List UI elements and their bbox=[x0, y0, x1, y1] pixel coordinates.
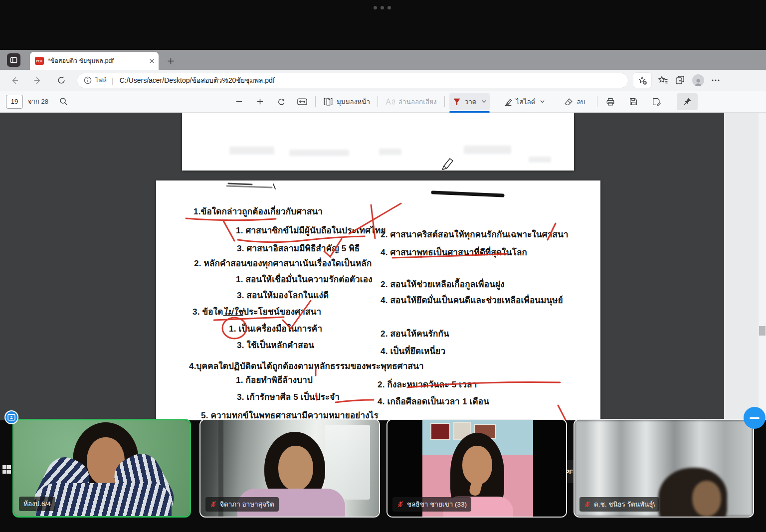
save-button[interactable] bbox=[625, 93, 642, 110]
eraser-icon bbox=[564, 97, 573, 106]
browser-tab-bar: PDF *ข้อสอบติว ชัยชุมพล.pdf bbox=[0, 50, 766, 70]
page-number-input[interactable]: 19 bbox=[6, 95, 23, 109]
participant-name-badge: ห้องป.6/4 bbox=[19, 497, 55, 511]
doc-line: 3. ข้อใดไม่ใช่ประโยชน์ของศาสนา bbox=[192, 305, 321, 318]
draw-pen-icon bbox=[452, 97, 461, 106]
refresh-icon bbox=[57, 76, 66, 85]
chevron-down-icon[interactable] bbox=[481, 99, 487, 104]
refresh-button[interactable] bbox=[53, 72, 70, 89]
collections-icon bbox=[675, 75, 685, 85]
read-aloud-button[interactable]: อ่านออกเสียง bbox=[383, 93, 440, 110]
doc-line: 3. เก้ารักษาศีล 5 เป็นประจำ bbox=[237, 390, 340, 403]
doc-line: 1. ศาสนาซิกข์ไม่มีผู้นับถือในประเทศไทย bbox=[236, 223, 386, 237]
doc-line: 2. กิ่งละหมาดวันละ 5 เวลา bbox=[378, 377, 477, 391]
pin-toolbar-button[interactable] bbox=[677, 93, 698, 110]
back-button[interactable] bbox=[6, 72, 23, 89]
doc-line: 2. หลักคำสอนของทุกศาสนาเน้นเรื่องใดเป็นห… bbox=[194, 256, 372, 270]
pdf-file-icon: PDF bbox=[35, 57, 44, 65]
new-tab-button[interactable] bbox=[165, 55, 177, 67]
page-total-label: จาก 28 bbox=[28, 96, 48, 107]
doc-line: 2. ศาสนาคริสต์สอนให้ทุกคนรักกันเฉพาะในศา… bbox=[381, 227, 569, 241]
participant-name: ห้องป.6/4 bbox=[23, 498, 51, 509]
minus-icon bbox=[235, 98, 243, 105]
rotate-icon bbox=[277, 97, 286, 106]
save-as-button[interactable] bbox=[648, 93, 665, 110]
participant-name: ด.ช. ชนิธร รัตนพันธุ์\ bbox=[594, 499, 655, 510]
person-icon bbox=[694, 78, 703, 86]
save-icon bbox=[629, 97, 638, 106]
mic-muted-icon bbox=[397, 501, 404, 508]
doc-line: 1. สอนให้เชื่อมั่นในความรักต่อตัวเอง bbox=[236, 272, 373, 286]
doc-line: 4. สอนให้ยึดมั่นเป็นคนดีและช่วยเหลือเพื่… bbox=[381, 293, 563, 307]
doc-line: 4. ศาสนาพุทธเป็นศาสนาที่ดีที่สุดในโลก bbox=[381, 245, 527, 259]
save-as-icon bbox=[652, 97, 661, 106]
doc-line: 2. สอนให้ช่วยเหลือเกื้อกูลเพื่อนฝูง bbox=[381, 277, 505, 291]
tab-actions-button[interactable] bbox=[7, 53, 20, 67]
url-field[interactable]: ไฟล์ | C:/Users/acer/Desktop/ข้อสอบติว%2… bbox=[77, 73, 628, 88]
forward-button[interactable] bbox=[29, 72, 46, 89]
doc-line: 2. สอนให้คนรักกัน bbox=[381, 327, 449, 340]
participant-name-badge: ด.ช. ชนิธร รัตนพันธุ์\ bbox=[579, 497, 659, 512]
print-button[interactable] bbox=[602, 93, 619, 110]
chevron-down-icon[interactable] bbox=[540, 99, 545, 104]
plus-icon bbox=[167, 57, 175, 65]
doc-line: 4. เป็นที่ยึดเหนี่ยว bbox=[381, 344, 445, 357]
highlight-button[interactable]: ไฮไลต์ bbox=[501, 93, 549, 110]
participant-card-button[interactable] bbox=[4, 410, 18, 424]
fit-to-width-button[interactable] bbox=[294, 93, 311, 110]
windows-start-icon[interactable] bbox=[2, 465, 11, 474]
hide-videos-button[interactable] bbox=[744, 407, 766, 429]
draw-button[interactable]: วาด bbox=[449, 93, 490, 110]
info-icon[interactable] bbox=[84, 76, 92, 84]
doc-line: 1. ก้อยทำพิธีล้างบาป bbox=[236, 373, 313, 386]
forward-arrow-icon bbox=[33, 76, 42, 85]
id-card-icon bbox=[7, 414, 15, 421]
profile-avatar[interactable] bbox=[692, 74, 704, 86]
favorites-list-button[interactable] bbox=[658, 75, 668, 85]
doc-line: 3. ศาสนาอิสลามมีพิธีสำคัญ 5 พิธี bbox=[237, 241, 360, 255]
url-divider: | bbox=[112, 76, 114, 85]
rotate-button[interactable] bbox=[273, 93, 290, 110]
pdf-search-button[interactable] bbox=[55, 93, 72, 110]
doc-line: 1. เป็นเครื่องมือในการค้า bbox=[229, 322, 322, 335]
participant-name: จิดาภา อาษาสุจริต bbox=[220, 499, 274, 510]
add-favorite-button[interactable] bbox=[633, 73, 651, 88]
draw-label: วาด bbox=[465, 96, 477, 107]
video-app-top-strip bbox=[0, 0, 766, 50]
address-bar-actions bbox=[633, 73, 727, 88]
zoom-out-button[interactable] bbox=[231, 93, 248, 110]
file-protocol-label: ไฟล์ bbox=[95, 75, 107, 85]
doc-line: 4.บุคคลใดปฏิบัติตนได้ถูกต้องตามหลักธรรมข… bbox=[189, 359, 424, 372]
browser-menu-button[interactable] bbox=[711, 76, 720, 85]
participant-name-badge: จิดาภา อาษาสุจริต bbox=[205, 497, 279, 512]
fit-width-icon bbox=[297, 98, 307, 106]
page-view-label: มุมมองหน้า bbox=[337, 96, 370, 107]
ellipsis-icon bbox=[711, 76, 720, 85]
video-tile-participant-3[interactable]: ด.ช. ชนิธร รัตนพันธุ์\ bbox=[574, 419, 754, 518]
star-list-icon bbox=[658, 75, 668, 85]
page-view-button[interactable]: มุมมองหน้า bbox=[320, 93, 373, 110]
doc-line: 3. สอนให้มองโลกในแง่ดี bbox=[237, 288, 329, 302]
read-aloud-icon bbox=[385, 98, 395, 106]
erase-button[interactable]: ลบ bbox=[561, 93, 588, 110]
highlighter-icon bbox=[504, 97, 513, 106]
erase-label: ลบ bbox=[576, 96, 585, 107]
back-arrow-icon bbox=[10, 76, 19, 85]
more-options-dots-icon[interactable] bbox=[374, 6, 391, 9]
collections-button[interactable] bbox=[675, 75, 685, 85]
doc-line: 1.ข้อใดกล่าวถูกต้องเกี่ยวกับศาสนา bbox=[193, 204, 323, 218]
url-text: C:/Users/acer/Desktop/ข้อสอบติว%20ชัยชุม… bbox=[120, 75, 275, 86]
print-icon bbox=[606, 97, 615, 106]
video-tile-room[interactable]: ห้องป.6/4 bbox=[12, 419, 191, 518]
read-aloud-label: อ่านออกเสียง bbox=[398, 96, 437, 107]
active-tab[interactable]: PDF *ข้อสอบติว ชัยชุมพล.pdf bbox=[30, 52, 159, 70]
participant-name: ชลธิชา ชายเขา (33) bbox=[407, 499, 467, 510]
video-tile-participant-1[interactable]: จิดาภา อาษาสุจริต bbox=[199, 419, 380, 518]
doc-line: 4. เกถือศีลอดเป็นเวลา 1 เดือน bbox=[378, 394, 489, 408]
scrollbar-thumb[interactable] bbox=[759, 326, 766, 336]
pdf-page-previous bbox=[182, 113, 574, 171]
highlight-label: ไฮไลต์ bbox=[516, 96, 536, 107]
tab-close-icon[interactable] bbox=[149, 58, 155, 64]
zoom-in-button[interactable] bbox=[252, 93, 269, 110]
video-tile-participant-2[interactable]: ชลธิชา ชายเขา (33) bbox=[386, 419, 567, 518]
